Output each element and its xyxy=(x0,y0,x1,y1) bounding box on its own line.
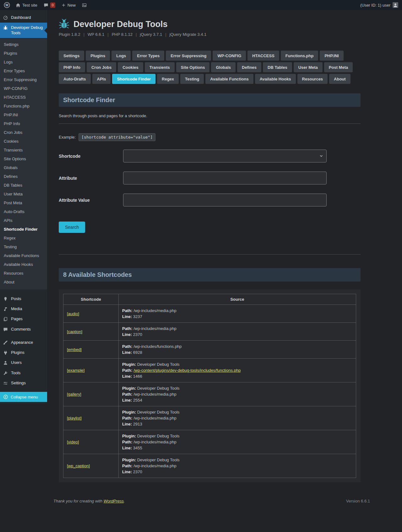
sidebar-item-php-info[interactable]: PHP Info xyxy=(0,119,47,128)
shortcode-link[interactable]: [video] xyxy=(67,440,79,444)
shortcode-link[interactable]: [embed] xyxy=(67,347,82,352)
sidebar-item-transients[interactable]: Transients xyxy=(0,146,47,155)
tab-user-meta[interactable]: User Meta xyxy=(294,62,323,72)
sidebar-item-comments[interactable]: Comments xyxy=(0,324,47,334)
sidebar-item-plugins[interactable]: Plugins xyxy=(0,49,47,58)
plugin-submenu: Settings Plugins Logs Error Types Error … xyxy=(0,39,47,289)
paintbrush-icon xyxy=(3,340,8,345)
tab-post-meta[interactable]: Post Meta xyxy=(324,62,353,72)
shortcode-link[interactable]: [gallery] xyxy=(67,392,81,397)
tab-apis[interactable]: APIs xyxy=(92,74,111,84)
sidebar-item-pages[interactable]: Pages xyxy=(0,314,47,324)
account-menu[interactable]: (User ID: 1) user xyxy=(356,2,402,8)
tab-testing[interactable]: Testing xyxy=(180,74,204,84)
attribute-value-input[interactable] xyxy=(123,194,327,206)
site-name-link[interactable]: Test site xyxy=(13,0,41,10)
shortcode-select[interactable] xyxy=(123,150,327,162)
tab-about[interactable]: About xyxy=(329,74,350,84)
sidebar-item-users[interactable]: Users xyxy=(0,358,47,368)
comments-shortcut[interactable]: 0 xyxy=(41,0,58,10)
sidebar-item-post-meta[interactable]: Post Meta xyxy=(0,199,47,207)
shortcode-link[interactable]: [caption] xyxy=(67,329,82,334)
tab-functions-php[interactable]: Functions.php xyxy=(281,51,318,61)
sidebar-item-db-tables[interactable]: DB Tables xyxy=(0,181,47,190)
tab-transients[interactable]: Transients xyxy=(145,62,175,72)
sidebar-item-shortcode-finder[interactable]: Shortcode Finder xyxy=(0,225,47,234)
sliders-icon xyxy=(3,381,8,386)
attribute-input[interactable] xyxy=(123,172,327,184)
tab-cron-jobs[interactable]: Cron Jobs xyxy=(87,62,116,72)
tab-db-tables[interactable]: DB Tables xyxy=(263,62,292,72)
tab-php-ini[interactable]: PHP.INI xyxy=(320,51,343,61)
sidebar-item-label: Plugins xyxy=(11,350,24,355)
tab-plugins[interactable]: Plugins xyxy=(86,51,110,61)
sidebar-item-appearance[interactable]: Appearance xyxy=(0,337,47,348)
sidebar-item-error-suppressing[interactable]: Error Suppressing xyxy=(0,75,47,84)
sidebar-item-apis[interactable]: APIs xyxy=(0,216,47,225)
sidebar-item-error-types[interactable]: Error Types xyxy=(0,67,47,75)
tab-php-info[interactable]: PHP Info xyxy=(59,62,85,72)
sidebar-item-user-meta[interactable]: User Meta xyxy=(0,190,47,199)
sidebar-item-defines[interactable]: Defines xyxy=(0,172,47,181)
sidebar-item-available-hooks[interactable]: Available Hooks xyxy=(0,260,47,269)
tab-available-functions[interactable]: Available Functions xyxy=(205,74,253,84)
sidebar-item-tools[interactable]: Tools xyxy=(0,368,47,378)
sidebar-item-available-functions[interactable]: Available Functions xyxy=(0,251,47,260)
source-path: /wp-includes/media.php xyxy=(133,392,177,397)
sidebar-item-settings[interactable]: Settings xyxy=(0,40,47,49)
new-content-button[interactable]: New xyxy=(58,0,79,10)
tab-globals[interactable]: Globals xyxy=(211,62,236,72)
media-shortcut[interactable] xyxy=(79,0,90,10)
tab-auto-drafts[interactable]: Auto-Drafts xyxy=(59,74,91,84)
source-line: 2913 xyxy=(133,422,142,426)
tab-htaccess[interactable]: HTACCESS xyxy=(247,51,279,61)
shortcode-link[interactable]: [audio] xyxy=(67,311,79,316)
sidebar-item-developer-debug-tools[interactable]: Developer Debug Tools xyxy=(0,23,47,38)
sidebar-item-about[interactable]: About xyxy=(0,278,47,287)
sidebar-item-wp-config[interactable]: WP-CONFIG xyxy=(0,84,47,93)
tab-regex[interactable]: Regex xyxy=(157,74,179,84)
tab-available-hooks[interactable]: Available Hooks xyxy=(255,74,296,84)
search-button[interactable]: Search xyxy=(59,222,85,233)
shortcode-link[interactable]: [example] xyxy=(67,368,84,373)
divider xyxy=(59,254,361,255)
sidebar-item-auto-drafts[interactable]: Auto-Drafts xyxy=(0,207,47,216)
tab-site-options[interactable]: Site Options xyxy=(176,62,210,72)
sidebar-item-functions-php[interactable]: Functions.php xyxy=(0,102,47,111)
tab-wp-config[interactable]: WP-CONFIG xyxy=(213,51,246,61)
sidebar-item-htaccess[interactable]: HTACCESS xyxy=(0,93,47,102)
tab-shortcode-finder[interactable]: Shortcode Finder xyxy=(112,74,155,84)
table-row: [wp_caption] Plugin: Developer Debug Too… xyxy=(63,454,356,478)
sidebar-item-globals[interactable]: Globals xyxy=(0,163,47,172)
sidebar-item-settings-core[interactable]: Settings xyxy=(0,378,47,388)
shortcode-link[interactable]: [wp_caption] xyxy=(67,463,90,468)
shortcode-link[interactable]: [playlist] xyxy=(67,416,82,420)
sidebar-item-php-ini[interactable]: PHP.INI xyxy=(0,111,47,119)
sidebar-item-cookies[interactable]: Cookies xyxy=(0,137,47,146)
sidebar-item-site-options[interactable]: Site Options xyxy=(0,155,47,163)
wordpress-link[interactable]: WordPress xyxy=(104,499,124,503)
sidebar-item-regex[interactable]: Regex xyxy=(0,234,47,243)
tab-settings[interactable]: Settings xyxy=(59,51,84,61)
tab-error-suppressing[interactable]: Error Suppressing xyxy=(166,51,211,61)
sidebar-item-cron-jobs[interactable]: Cron Jobs xyxy=(0,128,47,137)
main-area: Developer Debug Tools Plugin 1.8.2 | WP … xyxy=(47,0,402,503)
table-row: [playlist] Plugin: Developer Debug Tools… xyxy=(63,406,356,430)
tab-cookies[interactable]: Cookies xyxy=(118,62,143,72)
tab-resources[interactable]: Resources xyxy=(297,74,328,84)
table-row: [example] Plugin: Developer Debug Tools … xyxy=(63,359,356,382)
sidebar-item-posts[interactable]: Posts xyxy=(0,294,47,304)
collapse-menu-button[interactable]: Collapse menu xyxy=(0,392,47,402)
sidebar-item-label: Developer Debug Tools xyxy=(11,25,44,36)
tab-error-types[interactable]: Error Types xyxy=(132,51,164,61)
tab-defines[interactable]: Defines xyxy=(237,62,261,72)
wordpress-logo-icon[interactable]: W xyxy=(0,0,13,10)
sidebar-item-dashboard[interactable]: Dashboard xyxy=(0,13,47,23)
sidebar-item-logs[interactable]: Logs xyxy=(0,58,47,67)
sidebar-item-testing[interactable]: Testing xyxy=(0,243,47,251)
sidebar-item-media[interactable]: Media xyxy=(0,304,47,314)
source-path-link[interactable]: /wp-content/plugins/dev-debug-tools/incl… xyxy=(133,368,241,373)
sidebar-item-resources[interactable]: Resources xyxy=(0,269,47,278)
sidebar-item-plugins-core[interactable]: Plugins xyxy=(0,348,47,358)
tab-logs[interactable]: Logs xyxy=(111,51,131,61)
